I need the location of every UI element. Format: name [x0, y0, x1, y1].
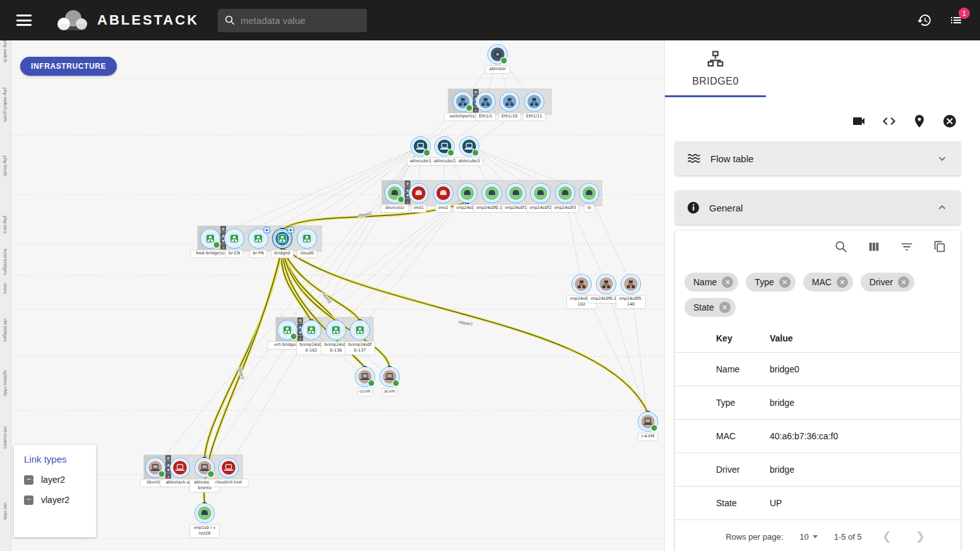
topology-node-ablecube1[interactable] [411, 137, 431, 157]
node-label: enp24s0f3 [551, 204, 578, 213]
topology-node-vnet28[interactable] [195, 504, 215, 523]
table-row[interactable]: MAC40:a6:b7:36:ca:f0 [675, 420, 960, 453]
topology-node-hostbridges[interactable] [201, 229, 220, 249]
topology-node-allo[interactable] [170, 458, 190, 478]
svg-text:＋: ＋ [167, 475, 170, 478]
topology-node-enp24s0f0[interactable] [458, 184, 477, 203]
top-bar: ABLESTACK 1 [0, 0, 980, 40]
history-icon[interactable] [917, 13, 932, 28]
topology-node-br136[interactable] [326, 321, 346, 340]
chip-mac[interactable]: MAC✕ [803, 273, 853, 292]
infrastructure-button[interactable]: INFRASTRUCTURE [20, 57, 117, 76]
capture-icon[interactable] [851, 114, 866, 129]
topology-node-br102[interactable] [302, 321, 321, 340]
filter-icon[interactable] [900, 240, 914, 254]
row-key: Driver [675, 453, 770, 487]
legend-item-vlayer2[interactable]: −vlayer2 [24, 495, 86, 505]
topology-node-br-CN[interactable] [225, 229, 244, 249]
topology-node-devices[interactable] [385, 184, 405, 203]
locate-icon[interactable] [912, 114, 927, 129]
topology-node-vlan136[interactable] [597, 275, 616, 294]
svg-text:eno1: eno1 [414, 205, 424, 210]
svg-text:140: 140 [627, 302, 635, 307]
topology-node-cloud0[interactable] [297, 229, 317, 249]
svg-text:0-136: 0-136 [330, 348, 342, 353]
node-label: Eth1/11 [523, 113, 545, 121]
chip-type[interactable]: Type✕ [746, 273, 795, 292]
topology-canvas-area[interactable]: vlayer2vlayer2vlayer2layer2ablestor⚙▲▼＋s… [11, 40, 664, 551]
node-label: bridge0 [271, 250, 293, 258]
topology-node-eth1-11[interactable] [525, 92, 544, 112]
pin-badge[interactable] [264, 227, 270, 233]
chip-remove-icon[interactable]: ✕ [898, 276, 909, 288]
table-row[interactable]: StateUP [675, 487, 960, 520]
rows-per-page-select[interactable]: 10 [799, 532, 817, 542]
chip-remove-icon[interactable]: ✕ [837, 276, 848, 288]
table-search-icon[interactable] [834, 240, 848, 254]
menu-icon[interactable] [16, 15, 32, 26]
section-general[interactable]: General [675, 191, 960, 225]
node-label: enp24s0f2 [527, 204, 554, 213]
topology-graph[interactable]: vlayer2vlayer2vlayer2layer2ablestor⚙▲▼＋s… [11, 40, 664, 551]
columns-icon[interactable] [867, 240, 881, 254]
svg-text:Eth1/1: Eth1/1 [479, 114, 492, 119]
prev-page-icon[interactable]: ❮ [878, 530, 895, 543]
copy-icon[interactable] [933, 240, 947, 254]
metadata-search[interactable] [218, 9, 367, 32]
topology-node-br137[interactable] [350, 321, 370, 340]
topology-node-ablestor[interactable] [488, 45, 508, 64]
chip-driver[interactable]: Driver✕ [861, 273, 914, 292]
chip-remove-icon[interactable]: ✕ [719, 302, 731, 313]
table-row[interactable]: Driverbridge [675, 453, 960, 487]
pin-badge[interactable] [288, 227, 294, 233]
section-flow-table[interactable]: Flow table [675, 141, 960, 175]
next-page-icon[interactable]: ❯ [912, 530, 929, 543]
topology-node-switchports[interactable] [453, 92, 473, 112]
topology-node-ccvm[interactable] [356, 367, 375, 387]
table-row[interactable]: Typebridge [675, 386, 960, 420]
topology-node-eth1-1[interactable] [476, 92, 496, 112]
svg-text:r-4-VM: r-4-VM [642, 434, 655, 439]
topology-node-ablecube2[interactable] [435, 137, 455, 157]
tab-bridge0[interactable]: BRIDGE0 [665, 40, 766, 97]
topology-node-scvm[interactable] [380, 367, 400, 387]
node-label: ablecube2 [431, 158, 458, 166]
topology-node-cloudinit[interactable] [219, 458, 239, 478]
topology-node-enp24s0f3[interactable] [556, 184, 575, 203]
topology-node-enp24s0f1[interactable] [506, 184, 526, 203]
legend-item-layer2[interactable]: −layer2 [24, 475, 86, 485]
topology-node-bronto[interactable] [195, 458, 215, 478]
topology-node-vlan140[interactable] [621, 275, 641, 294]
topology-node-eno2[interactable] [434, 184, 453, 203]
close-panel-icon[interactable] [942, 114, 957, 129]
code-icon[interactable] [881, 114, 897, 129]
topology-node-eth1-10[interactable] [500, 92, 520, 112]
svg-text:⚙: ⚙ [299, 319, 302, 323]
chip-remove-icon[interactable]: ✕ [779, 276, 791, 288]
topology-node-r4vm[interactable] [638, 412, 658, 432]
svg-text:＋: ＋ [474, 109, 478, 112]
chip-name[interactable]: Name✕ [684, 273, 738, 292]
chip-state[interactable]: State✕ [684, 298, 736, 317]
rail-label-phy-switch: phy-switch [3, 40, 8, 62]
topology-node-eno1[interactable] [409, 184, 429, 203]
topology-node-vlan102[interactable] [572, 275, 592, 294]
svg-text:bridge0: bridge0 [275, 251, 290, 256]
topology-node-icon [706, 49, 725, 68]
chip-remove-icon[interactable]: ✕ [722, 276, 733, 288]
topology-node-enp24s0f0-137[interactable] [482, 184, 502, 203]
topology-node-ablecube3[interactable] [460, 137, 479, 157]
topology-node-virtbridges[interactable] [278, 321, 297, 340]
topology-node-lo[interactable] [580, 184, 599, 203]
row-key: Name [675, 353, 770, 386]
svg-text:br-CN: br-CN [229, 251, 240, 256]
topology-node-libvirts[interactable] [146, 458, 165, 478]
node-label: enp24s0f0.140 [616, 295, 646, 309]
search-input[interactable] [241, 15, 354, 26]
topology-node-enp24s0f2[interactable] [531, 184, 551, 203]
node-label: ccvm [357, 388, 373, 396]
link-type-swatch: − [24, 495, 33, 505]
table-row[interactable]: Namebridge0 [675, 353, 960, 386]
svg-text:ccvm: ccvm [359, 389, 370, 394]
alerts-list-icon[interactable]: 1 [948, 13, 964, 28]
